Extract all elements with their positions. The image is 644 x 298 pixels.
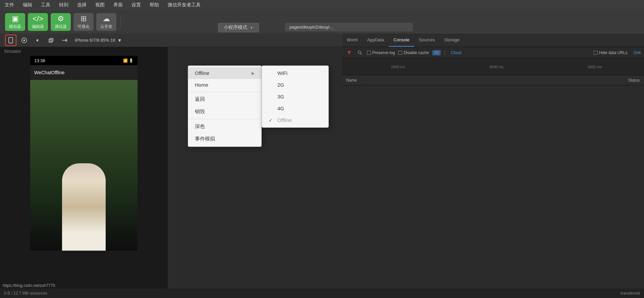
menu-file[interactable]: 文件 bbox=[3, 1, 15, 9]
filter-icon-button[interactable] bbox=[345, 49, 353, 56]
toolbar-separator-1 bbox=[120, 15, 121, 29]
submenu-item-3g[interactable]: 3G bbox=[262, 91, 328, 102]
status-transferred: transferred bbox=[621, 291, 640, 296]
sim-title-bar: WeChatOffline bbox=[30, 65, 138, 80]
menu-goto[interactable]: 转到 bbox=[58, 1, 70, 9]
svg-point-1 bbox=[10, 42, 11, 42]
tab-sources[interactable]: Sources bbox=[414, 34, 440, 47]
hide-data-urls-option[interactable]: Hide data URLs bbox=[594, 50, 628, 55]
hide-data-urls-label: Hide data URLs bbox=[599, 50, 628, 55]
context-menu-item-home[interactable]: Home bbox=[188, 79, 261, 91]
svg-rect-3 bbox=[23, 39, 25, 41]
timeline-mark-2000: 2000 ms bbox=[349, 65, 447, 69]
main-toolbar: ▣ 模拟器 </> 编辑器 ⚙ 调试器 ⊞ 可视化 ☁ 云开发 小程序模式 pa… bbox=[0, 10, 644, 34]
menu-edit[interactable]: 编辑 bbox=[21, 1, 34, 9]
menu-settings[interactable]: 设置 bbox=[130, 1, 142, 9]
context-menu-item-destroy[interactable]: 销毁 bbox=[188, 105, 261, 118]
svg-line-12 bbox=[361, 53, 362, 55]
menu-wechat-dev[interactable]: 微信开发者工具 bbox=[166, 1, 202, 9]
context-menu-item-event[interactable]: 事件模拟 bbox=[188, 133, 261, 145]
context-menu-back-label: 返回 bbox=[195, 96, 205, 102]
cloud-label: 云开发 bbox=[100, 24, 112, 30]
simulator-button[interactable]: ▣ 模拟器 bbox=[5, 13, 25, 31]
menu-view[interactable]: 视图 bbox=[94, 1, 106, 9]
submenu-item-offline[interactable]: ✓ Offline bbox=[262, 114, 328, 126]
menu-interface[interactable]: 界面 bbox=[112, 1, 124, 9]
simulator-topbar: Simulator bbox=[0, 47, 168, 56]
context-menu-event-label: 事件模拟 bbox=[195, 136, 215, 142]
svg-marker-10 bbox=[347, 51, 351, 55]
debugger-button[interactable]: ⚙ 调试器 bbox=[51, 13, 71, 31]
tab-appdata[interactable]: AppData bbox=[363, 34, 389, 47]
submenu-4g-label: 4G bbox=[277, 105, 284, 111]
debug-tabs: Wxml AppData Console Sources Storage bbox=[342, 34, 644, 47]
svg-marker-4 bbox=[36, 39, 38, 42]
sim-app-title: WeChatOffline bbox=[34, 70, 65, 75]
disable-cache-checkbox[interactable] bbox=[398, 51, 402, 55]
submenu-item-4g[interactable]: 4G bbox=[262, 102, 328, 114]
tab-wxml[interactable]: Wxml bbox=[342, 34, 363, 47]
back-icon bbox=[35, 37, 41, 43]
duplicate-button[interactable] bbox=[45, 35, 57, 46]
menu-help[interactable]: 帮助 bbox=[148, 1, 160, 9]
filter-cloud[interactable]: Cloud bbox=[449, 50, 463, 55]
search-icon-button[interactable] bbox=[356, 49, 364, 56]
simulator-title: Simulator bbox=[4, 49, 21, 54]
simulator-screen: 13:38 📶 🔋 WeChatOffline bbox=[30, 56, 138, 251]
device-bar: iPhone 6/7/8 85% 16 ▼ Wxml AppData Conso… bbox=[0, 34, 644, 47]
context-menu-destroy-label: 销毁 bbox=[195, 109, 205, 115]
mode-selector[interactable]: 小程序模式 bbox=[218, 23, 259, 32]
context-menu-separator-1 bbox=[188, 92, 261, 92]
svg-rect-6 bbox=[50, 38, 53, 41]
device-dropdown-arrow[interactable]: ▼ bbox=[117, 38, 122, 43]
sim-image bbox=[30, 80, 138, 251]
context-menu-dark-label: 深色 bbox=[195, 123, 205, 130]
forward-button[interactable] bbox=[59, 35, 70, 46]
sim-content bbox=[30, 80, 138, 251]
context-menu: Offline ▶ Home 返回 销毁 深色 事件模拟 bbox=[188, 66, 262, 147]
context-menu-item-back[interactable]: 返回 bbox=[188, 93, 261, 105]
timeline-labels: 2000 ms 4000 ms 6000 ms bbox=[342, 65, 644, 69]
tab-console[interactable]: Console bbox=[389, 34, 414, 47]
submenu-item-2g[interactable]: 2G bbox=[262, 79, 328, 91]
url-text: https://blog.csdn.net/zxh7770 bbox=[3, 283, 55, 288]
phone-view-button[interactable] bbox=[5, 35, 16, 46]
status-resources: 0 B / 12.7 MB resources bbox=[4, 291, 47, 296]
context-menu-separator-2 bbox=[188, 119, 261, 119]
simulator-area: Simulator 13:38 📶 🔋 WeChatOffline bbox=[0, 47, 168, 298]
cloud-icon: ☁ bbox=[103, 14, 110, 23]
network-header: Name Status bbox=[342, 75, 644, 85]
network-col-status: Status bbox=[624, 78, 644, 83]
top-menubar: 文件 编辑 工具 转到 选择 视图 界面 设置 帮助 微信开发者工具 bbox=[0, 0, 644, 10]
stop-icon bbox=[21, 37, 27, 43]
svg-rect-5 bbox=[49, 39, 52, 42]
filter-separator: | bbox=[444, 50, 445, 56]
hide-data-urls-checkbox[interactable] bbox=[594, 51, 598, 55]
preserve-log-option[interactable]: Preserve log bbox=[367, 50, 395, 55]
visualize-button[interactable]: ⊞ 可视化 bbox=[73, 13, 94, 31]
sim-status-bar: 13:38 📶 🔋 bbox=[30, 56, 138, 65]
filter-all[interactable]: All bbox=[432, 50, 441, 55]
submenu-item-wifi[interactable]: WiFi bbox=[262, 67, 328, 79]
context-menu-item-dark[interactable]: 深色 bbox=[188, 120, 261, 133]
mode-selector-label: 小程序模式 bbox=[224, 25, 247, 31]
submenu-2g-label: 2G bbox=[277, 82, 284, 88]
stop-button[interactable] bbox=[18, 35, 30, 46]
cloud-button[interactable]: ☁ 云开发 bbox=[96, 13, 116, 31]
disable-cache-option[interactable]: Disable cache bbox=[398, 50, 429, 55]
menu-select[interactable]: 选择 bbox=[76, 1, 88, 9]
back-button[interactable] bbox=[32, 35, 43, 46]
submenu-3g-label: 3G bbox=[277, 94, 284, 99]
svg-point-11 bbox=[358, 51, 361, 53]
menu-tools[interactable]: 工具 bbox=[40, 1, 52, 9]
network-col-name: Name bbox=[342, 78, 361, 83]
phone-icon bbox=[7, 37, 14, 44]
path-bar[interactable]: pages/douyin2/douyi... bbox=[285, 23, 413, 31]
context-menu-item-offline[interactable]: Offline ▶ bbox=[188, 67, 261, 79]
path-value: pages/douyin2/douyi... bbox=[289, 25, 333, 30]
tab-storage[interactable]: Storage bbox=[440, 34, 465, 47]
editor-button[interactable]: </> 编辑器 bbox=[28, 13, 48, 31]
submenu-wifi-label: WiFi bbox=[277, 70, 287, 76]
preserve-log-checkbox[interactable] bbox=[367, 51, 371, 55]
context-menu-home-label: Home bbox=[195, 82, 208, 88]
